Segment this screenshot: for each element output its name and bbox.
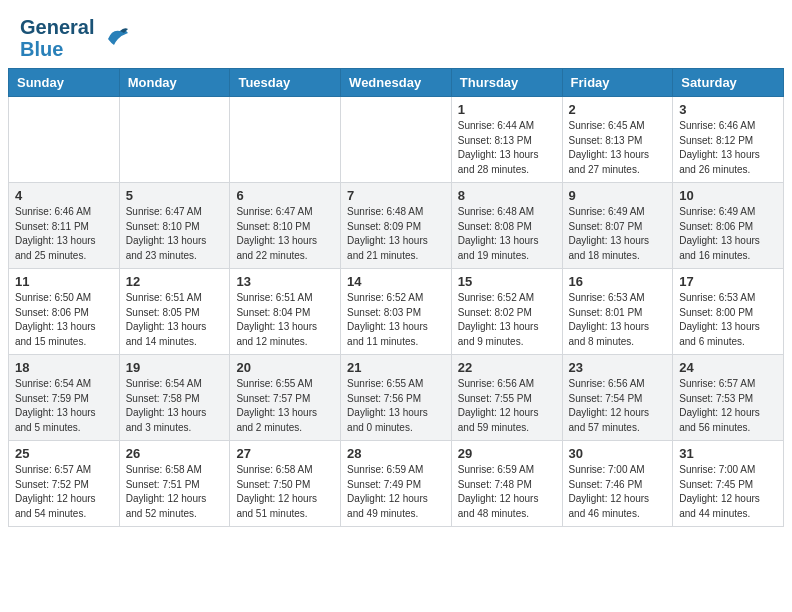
day-info: Sunrise: 6:48 AM Sunset: 8:08 PM Dayligh… [458,205,556,263]
calendar-day-25: 25Sunrise: 6:57 AM Sunset: 7:52 PM Dayli… [9,441,120,527]
day-info: Sunrise: 6:52 AM Sunset: 8:02 PM Dayligh… [458,291,556,349]
day-info: Sunrise: 6:51 AM Sunset: 8:05 PM Dayligh… [126,291,224,349]
day-info: Sunrise: 6:55 AM Sunset: 7:57 PM Dayligh… [236,377,334,435]
day-info: Sunrise: 6:53 AM Sunset: 8:00 PM Dayligh… [679,291,777,349]
logo-blue: Blue [20,38,63,60]
day-number: 10 [679,188,777,203]
calendar-week-row: 1Sunrise: 6:44 AM Sunset: 8:13 PM Daylig… [9,97,784,183]
day-number: 18 [15,360,113,375]
calendar-day-12: 12Sunrise: 6:51 AM Sunset: 8:05 PM Dayli… [119,269,230,355]
day-number: 17 [679,274,777,289]
day-number: 20 [236,360,334,375]
day-number: 2 [569,102,667,117]
calendar-day-3: 3Sunrise: 6:46 AM Sunset: 8:12 PM Daylig… [673,97,784,183]
day-number: 1 [458,102,556,117]
day-info: Sunrise: 7:00 AM Sunset: 7:46 PM Dayligh… [569,463,667,521]
calendar-day-7: 7Sunrise: 6:48 AM Sunset: 8:09 PM Daylig… [341,183,452,269]
day-number: 19 [126,360,224,375]
day-header-sunday: Sunday [9,69,120,97]
calendar-week-row: 18Sunrise: 6:54 AM Sunset: 7:59 PM Dayli… [9,355,784,441]
day-number: 25 [15,446,113,461]
day-info: Sunrise: 6:56 AM Sunset: 7:54 PM Dayligh… [569,377,667,435]
day-number: 14 [347,274,445,289]
calendar-header-row: SundayMondayTuesdayWednesdayThursdayFrid… [9,69,784,97]
day-info: Sunrise: 6:46 AM Sunset: 8:11 PM Dayligh… [15,205,113,263]
day-info: Sunrise: 6:47 AM Sunset: 8:10 PM Dayligh… [236,205,334,263]
calendar-day-21: 21Sunrise: 6:55 AM Sunset: 7:56 PM Dayli… [341,355,452,441]
day-header-monday: Monday [119,69,230,97]
day-info: Sunrise: 6:57 AM Sunset: 7:53 PM Dayligh… [679,377,777,435]
day-number: 21 [347,360,445,375]
day-info: Sunrise: 6:54 AM Sunset: 7:58 PM Dayligh… [126,377,224,435]
day-info: Sunrise: 6:53 AM Sunset: 8:01 PM Dayligh… [569,291,667,349]
day-info: Sunrise: 6:58 AM Sunset: 7:50 PM Dayligh… [236,463,334,521]
calendar-day-6: 6Sunrise: 6:47 AM Sunset: 8:10 PM Daylig… [230,183,341,269]
calendar-day-14: 14Sunrise: 6:52 AM Sunset: 8:03 PM Dayli… [341,269,452,355]
calendar-day-15: 15Sunrise: 6:52 AM Sunset: 8:02 PM Dayli… [451,269,562,355]
calendar-day-18: 18Sunrise: 6:54 AM Sunset: 7:59 PM Dayli… [9,355,120,441]
day-info: Sunrise: 6:51 AM Sunset: 8:04 PM Dayligh… [236,291,334,349]
calendar-day-22: 22Sunrise: 6:56 AM Sunset: 7:55 PM Dayli… [451,355,562,441]
day-number: 16 [569,274,667,289]
day-info: Sunrise: 6:45 AM Sunset: 8:13 PM Dayligh… [569,119,667,177]
day-info: Sunrise: 6:56 AM Sunset: 7:55 PM Dayligh… [458,377,556,435]
calendar-day-24: 24Sunrise: 6:57 AM Sunset: 7:53 PM Dayli… [673,355,784,441]
day-number: 9 [569,188,667,203]
calendar-day-26: 26Sunrise: 6:58 AM Sunset: 7:51 PM Dayli… [119,441,230,527]
day-info: Sunrise: 6:59 AM Sunset: 7:48 PM Dayligh… [458,463,556,521]
calendar-day-9: 9Sunrise: 6:49 AM Sunset: 8:07 PM Daylig… [562,183,673,269]
calendar-day-28: 28Sunrise: 6:59 AM Sunset: 7:49 PM Dayli… [341,441,452,527]
day-info: Sunrise: 6:55 AM Sunset: 7:56 PM Dayligh… [347,377,445,435]
day-number: 30 [569,446,667,461]
day-number: 15 [458,274,556,289]
day-header-thursday: Thursday [451,69,562,97]
day-number: 6 [236,188,334,203]
day-info: Sunrise: 6:50 AM Sunset: 8:06 PM Dayligh… [15,291,113,349]
calendar-day-10: 10Sunrise: 6:49 AM Sunset: 8:06 PM Dayli… [673,183,784,269]
day-info: Sunrise: 6:59 AM Sunset: 7:49 PM Dayligh… [347,463,445,521]
day-header-saturday: Saturday [673,69,784,97]
calendar-table: SundayMondayTuesdayWednesdayThursdayFrid… [8,68,784,527]
calendar-day-30: 30Sunrise: 7:00 AM Sunset: 7:46 PM Dayli… [562,441,673,527]
day-info: Sunrise: 6:44 AM Sunset: 8:13 PM Dayligh… [458,119,556,177]
day-number: 24 [679,360,777,375]
calendar-day-29: 29Sunrise: 6:59 AM Sunset: 7:48 PM Dayli… [451,441,562,527]
calendar-empty-cell [119,97,230,183]
day-number: 8 [458,188,556,203]
day-number: 12 [126,274,224,289]
day-number: 11 [15,274,113,289]
day-number: 7 [347,188,445,203]
day-number: 28 [347,446,445,461]
day-header-tuesday: Tuesday [230,69,341,97]
day-number: 26 [126,446,224,461]
calendar-day-1: 1Sunrise: 6:44 AM Sunset: 8:13 PM Daylig… [451,97,562,183]
day-info: Sunrise: 6:46 AM Sunset: 8:12 PM Dayligh… [679,119,777,177]
day-info: Sunrise: 6:49 AM Sunset: 8:06 PM Dayligh… [679,205,777,263]
calendar-day-5: 5Sunrise: 6:47 AM Sunset: 8:10 PM Daylig… [119,183,230,269]
day-info: Sunrise: 6:48 AM Sunset: 8:09 PM Dayligh… [347,205,445,263]
calendar-week-row: 11Sunrise: 6:50 AM Sunset: 8:06 PM Dayli… [9,269,784,355]
calendar-day-2: 2Sunrise: 6:45 AM Sunset: 8:13 PM Daylig… [562,97,673,183]
logo-text: GeneralBlue [20,16,94,60]
day-info: Sunrise: 6:57 AM Sunset: 7:52 PM Dayligh… [15,463,113,521]
calendar-day-16: 16Sunrise: 6:53 AM Sunset: 8:01 PM Dayli… [562,269,673,355]
calendar-week-row: 25Sunrise: 6:57 AM Sunset: 7:52 PM Dayli… [9,441,784,527]
day-info: Sunrise: 6:47 AM Sunset: 8:10 PM Dayligh… [126,205,224,263]
calendar-day-27: 27Sunrise: 6:58 AM Sunset: 7:50 PM Dayli… [230,441,341,527]
page-header: GeneralBlue [0,0,792,68]
calendar-day-31: 31Sunrise: 7:00 AM Sunset: 7:45 PM Dayli… [673,441,784,527]
calendar-day-19: 19Sunrise: 6:54 AM Sunset: 7:58 PM Dayli… [119,355,230,441]
day-number: 29 [458,446,556,461]
calendar-day-11: 11Sunrise: 6:50 AM Sunset: 8:06 PM Dayli… [9,269,120,355]
calendar-empty-cell [9,97,120,183]
calendar-day-4: 4Sunrise: 6:46 AM Sunset: 8:11 PM Daylig… [9,183,120,269]
day-number: 4 [15,188,113,203]
calendar-day-8: 8Sunrise: 6:48 AM Sunset: 8:08 PM Daylig… [451,183,562,269]
day-info: Sunrise: 6:52 AM Sunset: 8:03 PM Dayligh… [347,291,445,349]
day-number: 13 [236,274,334,289]
day-number: 27 [236,446,334,461]
day-number: 3 [679,102,777,117]
calendar-day-20: 20Sunrise: 6:55 AM Sunset: 7:57 PM Dayli… [230,355,341,441]
calendar-empty-cell [230,97,341,183]
calendar-week-row: 4Sunrise: 6:46 AM Sunset: 8:11 PM Daylig… [9,183,784,269]
